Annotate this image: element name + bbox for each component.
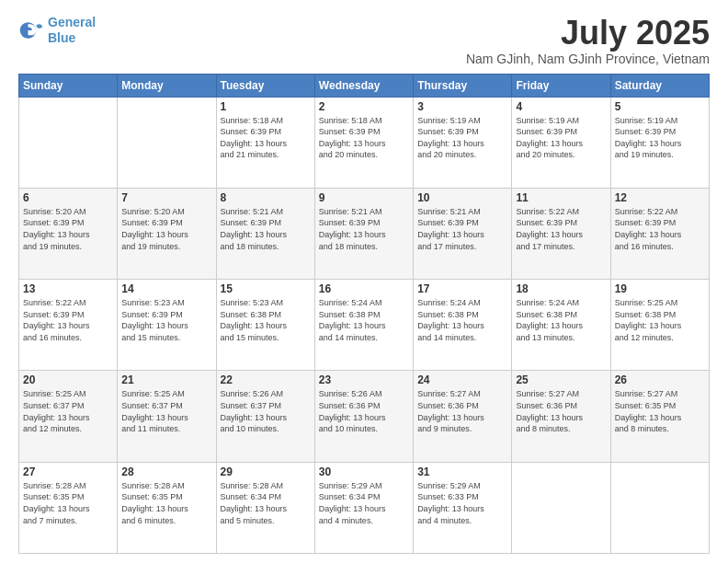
location-subtitle: Nam GJinh, Nam GJinh Province, Vietnam bbox=[466, 52, 710, 66]
calendar-cell: 3Sunrise: 5:19 AM Sunset: 6:39 PM Daylig… bbox=[414, 97, 512, 188]
cell-daylight-info: Sunrise: 5:26 AM Sunset: 6:37 PM Dayligh… bbox=[221, 388, 311, 434]
weekday-header-friday: Friday bbox=[512, 74, 610, 97]
day-number: 30 bbox=[319, 465, 409, 478]
cell-daylight-info: Sunrise: 5:23 AM Sunset: 6:38 PM Dayligh… bbox=[221, 297, 311, 343]
cell-daylight-info: Sunrise: 5:29 AM Sunset: 6:33 PM Dayligh… bbox=[417, 480, 507, 526]
page: General Blue July 2025 Nam GJinh, Nam GJ… bbox=[0, 0, 728, 563]
weekday-header-wednesday: Wednesday bbox=[314, 74, 413, 97]
weekday-header-row: SundayMondayTuesdayWednesdayThursdayFrid… bbox=[19, 74, 710, 97]
day-number: 23 bbox=[319, 373, 409, 386]
day-number: 25 bbox=[516, 373, 606, 386]
cell-daylight-info: Sunrise: 5:26 AM Sunset: 6:36 PM Dayligh… bbox=[319, 388, 409, 434]
day-number: 4 bbox=[516, 100, 606, 113]
day-number: 8 bbox=[221, 191, 311, 204]
calendar-cell: 21Sunrise: 5:25 AM Sunset: 6:37 PM Dayli… bbox=[118, 371, 216, 462]
day-number: 18 bbox=[516, 282, 606, 295]
calendar-cell: 9Sunrise: 5:21 AM Sunset: 6:39 PM Daylig… bbox=[314, 188, 413, 279]
cell-daylight-info: Sunrise: 5:27 AM Sunset: 6:36 PM Dayligh… bbox=[417, 388, 507, 434]
calendar-cell: 28Sunrise: 5:28 AM Sunset: 6:35 PM Dayli… bbox=[118, 462, 216, 553]
cell-daylight-info: Sunrise: 5:20 AM Sunset: 6:39 PM Dayligh… bbox=[23, 206, 113, 252]
calendar-cell bbox=[610, 462, 709, 553]
week-row-0: 1Sunrise: 5:18 AM Sunset: 6:39 PM Daylig… bbox=[19, 97, 710, 188]
cell-daylight-info: Sunrise: 5:23 AM Sunset: 6:39 PM Dayligh… bbox=[121, 297, 211, 343]
calendar-cell: 27Sunrise: 5:28 AM Sunset: 6:35 PM Dayli… bbox=[19, 462, 118, 553]
cell-daylight-info: Sunrise: 5:21 AM Sunset: 6:39 PM Dayligh… bbox=[417, 206, 507, 252]
cell-daylight-info: Sunrise: 5:22 AM Sunset: 6:39 PM Dayligh… bbox=[23, 297, 113, 343]
calendar-cell: 2Sunrise: 5:18 AM Sunset: 6:39 PM Daylig… bbox=[314, 97, 413, 188]
calendar-cell: 4Sunrise: 5:19 AM Sunset: 6:39 PM Daylig… bbox=[512, 97, 610, 188]
title-block: July 2025 Nam GJinh, Nam GJinh Province,… bbox=[466, 15, 710, 66]
header: General Blue July 2025 Nam GJinh, Nam GJ… bbox=[18, 15, 710, 66]
calendar-cell: 14Sunrise: 5:23 AM Sunset: 6:39 PM Dayli… bbox=[118, 280, 216, 371]
day-number: 19 bbox=[615, 282, 705, 295]
day-number: 28 bbox=[121, 465, 211, 478]
calendar-cell: 5Sunrise: 5:19 AM Sunset: 6:39 PM Daylig… bbox=[610, 97, 709, 188]
week-row-3: 20Sunrise: 5:25 AM Sunset: 6:37 PM Dayli… bbox=[19, 371, 710, 462]
week-row-2: 13Sunrise: 5:22 AM Sunset: 6:39 PM Dayli… bbox=[19, 280, 710, 371]
weekday-header-sunday: Sunday bbox=[19, 74, 118, 97]
cell-daylight-info: Sunrise: 5:24 AM Sunset: 6:38 PM Dayligh… bbox=[319, 297, 409, 343]
logo: General Blue bbox=[18, 15, 96, 46]
cell-daylight-info: Sunrise: 5:25 AM Sunset: 6:37 PM Dayligh… bbox=[121, 388, 211, 434]
logo-text: General Blue bbox=[48, 15, 96, 46]
cell-daylight-info: Sunrise: 5:27 AM Sunset: 6:35 PM Dayligh… bbox=[615, 388, 705, 434]
cell-daylight-info: Sunrise: 5:25 AM Sunset: 6:38 PM Dayligh… bbox=[615, 297, 705, 343]
cell-daylight-info: Sunrise: 5:29 AM Sunset: 6:34 PM Dayligh… bbox=[319, 480, 409, 526]
week-row-1: 6Sunrise: 5:20 AM Sunset: 6:39 PM Daylig… bbox=[19, 188, 710, 279]
weekday-header-monday: Monday bbox=[118, 74, 216, 97]
day-number: 9 bbox=[319, 191, 409, 204]
calendar-cell: 12Sunrise: 5:22 AM Sunset: 6:39 PM Dayli… bbox=[610, 188, 709, 279]
calendar-cell: 8Sunrise: 5:21 AM Sunset: 6:39 PM Daylig… bbox=[216, 188, 314, 279]
calendar-cell: 19Sunrise: 5:25 AM Sunset: 6:38 PM Dayli… bbox=[610, 280, 709, 371]
day-number: 10 bbox=[417, 191, 507, 204]
cell-daylight-info: Sunrise: 5:21 AM Sunset: 6:39 PM Dayligh… bbox=[319, 206, 409, 252]
calendar-cell: 13Sunrise: 5:22 AM Sunset: 6:39 PM Dayli… bbox=[19, 280, 118, 371]
calendar-cell: 18Sunrise: 5:24 AM Sunset: 6:38 PM Dayli… bbox=[512, 280, 610, 371]
cell-daylight-info: Sunrise: 5:27 AM Sunset: 6:36 PM Dayligh… bbox=[516, 388, 606, 434]
calendar-cell: 24Sunrise: 5:27 AM Sunset: 6:36 PM Dayli… bbox=[414, 371, 512, 462]
cell-daylight-info: Sunrise: 5:19 AM Sunset: 6:39 PM Dayligh… bbox=[516, 115, 606, 161]
day-number: 20 bbox=[23, 373, 113, 386]
cell-daylight-info: Sunrise: 5:20 AM Sunset: 6:39 PM Dayligh… bbox=[121, 206, 211, 252]
calendar-cell: 23Sunrise: 5:26 AM Sunset: 6:36 PM Dayli… bbox=[314, 371, 413, 462]
calendar-cell: 15Sunrise: 5:23 AM Sunset: 6:38 PM Dayli… bbox=[216, 280, 314, 371]
cell-daylight-info: Sunrise: 5:22 AM Sunset: 6:39 PM Dayligh… bbox=[516, 206, 606, 252]
calendar-cell: 29Sunrise: 5:28 AM Sunset: 6:34 PM Dayli… bbox=[216, 462, 314, 553]
cell-daylight-info: Sunrise: 5:24 AM Sunset: 6:38 PM Dayligh… bbox=[516, 297, 606, 343]
weekday-header-thursday: Thursday bbox=[414, 74, 512, 97]
calendar-cell: 10Sunrise: 5:21 AM Sunset: 6:39 PM Dayli… bbox=[414, 188, 512, 279]
calendar-cell bbox=[19, 97, 118, 188]
day-number: 6 bbox=[23, 191, 113, 204]
day-number: 13 bbox=[23, 282, 113, 295]
day-number: 31 bbox=[417, 465, 507, 478]
cell-daylight-info: Sunrise: 5:19 AM Sunset: 6:39 PM Dayligh… bbox=[615, 115, 705, 161]
day-number: 16 bbox=[319, 282, 409, 295]
cell-daylight-info: Sunrise: 5:22 AM Sunset: 6:39 PM Dayligh… bbox=[615, 206, 705, 252]
cell-daylight-info: Sunrise: 5:18 AM Sunset: 6:39 PM Dayligh… bbox=[319, 115, 409, 161]
day-number: 21 bbox=[121, 373, 211, 386]
calendar-cell bbox=[118, 97, 216, 188]
day-number: 12 bbox=[615, 191, 705, 204]
calendar-cell: 1Sunrise: 5:18 AM Sunset: 6:39 PM Daylig… bbox=[216, 97, 314, 188]
calendar-cell: 30Sunrise: 5:29 AM Sunset: 6:34 PM Dayli… bbox=[314, 462, 413, 553]
cell-daylight-info: Sunrise: 5:19 AM Sunset: 6:39 PM Dayligh… bbox=[417, 115, 507, 161]
calendar-cell: 17Sunrise: 5:24 AM Sunset: 6:38 PM Dayli… bbox=[414, 280, 512, 371]
day-number: 26 bbox=[615, 373, 705, 386]
cell-daylight-info: Sunrise: 5:18 AM Sunset: 6:39 PM Dayligh… bbox=[221, 115, 311, 161]
cell-daylight-info: Sunrise: 5:28 AM Sunset: 6:35 PM Dayligh… bbox=[23, 480, 113, 526]
calendar-cell: 22Sunrise: 5:26 AM Sunset: 6:37 PM Dayli… bbox=[216, 371, 314, 462]
day-number: 24 bbox=[417, 373, 507, 386]
day-number: 29 bbox=[221, 465, 311, 478]
day-number: 11 bbox=[516, 191, 606, 204]
day-number: 15 bbox=[221, 282, 311, 295]
day-number: 3 bbox=[417, 100, 507, 113]
cell-daylight-info: Sunrise: 5:28 AM Sunset: 6:35 PM Dayligh… bbox=[121, 480, 211, 526]
day-number: 5 bbox=[615, 100, 705, 113]
day-number: 22 bbox=[221, 373, 311, 386]
calendar-cell bbox=[512, 462, 610, 553]
cell-daylight-info: Sunrise: 5:28 AM Sunset: 6:34 PM Dayligh… bbox=[221, 480, 311, 526]
calendar-cell: 7Sunrise: 5:20 AM Sunset: 6:39 PM Daylig… bbox=[118, 188, 216, 279]
cell-daylight-info: Sunrise: 5:25 AM Sunset: 6:37 PM Dayligh… bbox=[23, 388, 113, 434]
cell-daylight-info: Sunrise: 5:21 AM Sunset: 6:39 PM Dayligh… bbox=[221, 206, 311, 252]
calendar-cell: 6Sunrise: 5:20 AM Sunset: 6:39 PM Daylig… bbox=[19, 188, 118, 279]
